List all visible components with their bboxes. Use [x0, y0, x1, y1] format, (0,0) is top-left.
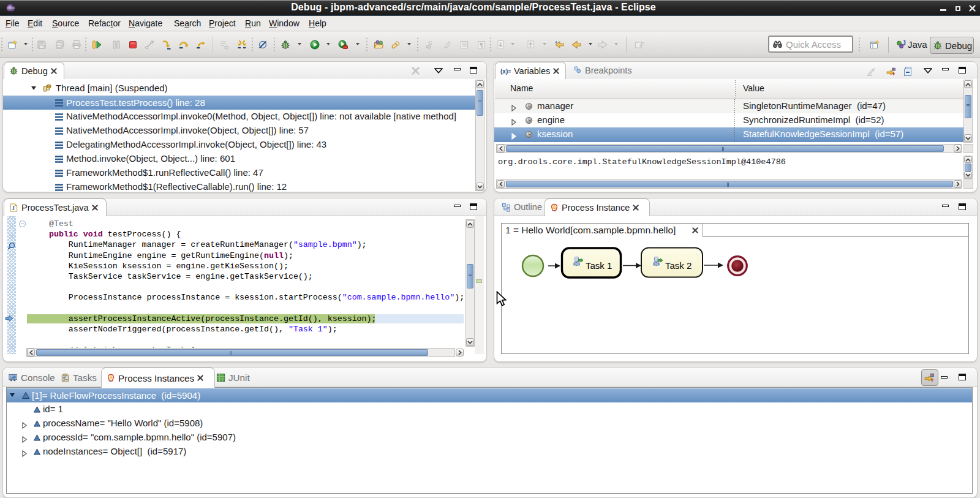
- svg-text:(x)=: (x)=: [500, 67, 511, 74]
- svg-text:Task 2: Task 2: [665, 260, 692, 271]
- svg-text:J: J: [12, 205, 15, 211]
- svg-text:G: G: [428, 40, 432, 46]
- svg-text:Task 1: Task 1: [586, 260, 612, 271]
- svg-text:¶: ¶: [480, 42, 483, 48]
- svg-text:J: J: [902, 40, 906, 47]
